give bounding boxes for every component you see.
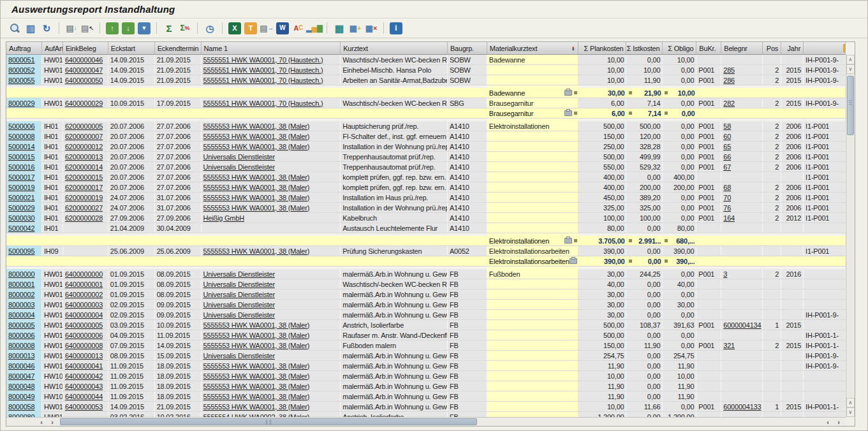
einkbeleg-link[interactable]: 6400000008 — [65, 342, 103, 349]
name1-link[interactable]: 5555553 HWK WA0001, 38 (Maler) — [203, 204, 310, 212]
name1-link[interactable]: 5555551 HWK WA0001, 70 (Haustech.) — [203, 77, 323, 84]
einkbeleg-link[interactable]: 6400000041 — [65, 362, 103, 370]
name1-link[interactable]: 5555553 HWK WA0001, 38 (Maler) — [203, 372, 310, 380]
choose-detail-icon[interactable]: ▤↓ — [65, 22, 78, 34]
auftrag-link[interactable]: 5000030 — [8, 214, 34, 222]
auftrag-link[interactable]: 8000001 — [8, 281, 34, 288]
auftrag-link[interactable]: 5000006 — [8, 122, 34, 130]
graphic-icon[interactable]: ▂▅▇ — [308, 22, 321, 34]
einkbeleg-link[interactable]: 6400000005 — [65, 321, 103, 329]
auftrag-link[interactable]: 8000013 — [8, 352, 34, 360]
local-file-icon[interactable]: ▤→ — [260, 22, 273, 34]
einkbeleg-link[interactable]: 6400000004 — [65, 311, 103, 319]
name1-link[interactable]: 5555553 HWK WA0001, 38 (Maler) — [203, 184, 310, 191]
belegnr-link[interactable]: 66 — [723, 153, 731, 161]
auftrag-link[interactable]: 8000005 — [8, 321, 34, 329]
name1-link[interactable]: 5555553 HWK WA0001, 38 (Maler) — [203, 383, 310, 390]
auftrag-link[interactable]: 8000003 — [8, 301, 34, 309]
name1-link[interactable]: Universalis Dienstleister — [203, 301, 275, 309]
einkbeleg-link[interactable]: 6400000050 — [65, 77, 103, 84]
sort-descending-icon[interactable]: ↓ — [122, 22, 135, 34]
column-header-extra[interactable] — [804, 42, 846, 54]
belegnr-link[interactable]: 321 — [723, 342, 735, 349]
einkbeleg-link[interactable]: 6400000042 — [65, 372, 103, 380]
einkbeleg-link[interactable]: 6400000013 — [65, 352, 103, 360]
name1-link[interactable]: 5555553 HWK WA0001, 38 (Maler) — [203, 403, 310, 411]
einkbeleg-link[interactable]: 6400000000 — [65, 270, 103, 278]
einkbeleg-link[interactable]: 6400000044 — [65, 393, 103, 400]
column-header-pos[interactable]: Pos — [763, 42, 781, 54]
name1-link[interactable]: 5555553 HWK WA0001, 38 (Maler) — [203, 122, 310, 130]
auftrag-link[interactable]: 5000014 — [8, 143, 34, 150]
belegnr-link[interactable]: 58 — [723, 122, 731, 130]
name1-link[interactable]: 5555553 HWK WA0001, 38 (Maler) — [203, 393, 310, 400]
scroll-left-right-pane-icon[interactable]: ‹ — [823, 418, 833, 426]
name1-link[interactable]: Universalis Dienstleister — [203, 281, 275, 288]
einkbeleg-link[interactable]: 6200000014 — [65, 163, 103, 171]
auftrag-link[interactable]: 8000051 — [8, 56, 34, 64]
belegnr-link[interactable]: 282 — [723, 99, 735, 107]
auftrag-link[interactable]: 5000019 — [8, 184, 34, 191]
einkbeleg-link[interactable]: 6400000002 — [65, 291, 103, 298]
print-subtotal-icon[interactable] — [570, 258, 577, 264]
einkbeleg-link[interactable]: 6400000053 — [65, 403, 103, 411]
vertical-scrollbar[interactable]: ∧ ∨ ∧ ∨ — [846, 55, 855, 417]
belegnr-link[interactable]: 286 — [723, 77, 735, 84]
name1-link[interactable]: Universalis Dienstleister — [203, 270, 275, 278]
auftrag-link[interactable]: 8000048 — [8, 383, 34, 390]
scroll-down-icon[interactable]: ∨ — [846, 64, 855, 74]
auftrag-link[interactable]: 5000008 — [8, 133, 34, 140]
name1-link[interactable]: 5555551 HWK WA0001, 70 (Haustech.) — [203, 99, 323, 107]
einkbeleg-link[interactable]: 6200000007 — [65, 133, 103, 140]
sort-ascending-icon[interactable]: ↑ — [106, 22, 119, 34]
einkbeleg-link[interactable]: 6200000027 — [65, 204, 103, 212]
scroll-down-bottom-icon[interactable]: ∨ — [846, 407, 855, 417]
horizontal-scroll-thumb[interactable]: ∥ ∥ — [60, 418, 477, 425]
column-header-ist[interactable]: Σ Istkosten — [626, 42, 663, 54]
scroll-right-icon[interactable]: › — [47, 418, 57, 426]
column-header-aufart[interactable]: AufArt — [42, 42, 63, 54]
auftrag-link[interactable]: 5000017 — [8, 173, 34, 181]
einkbeleg-link[interactable]: 6400000006 — [65, 332, 103, 339]
column-header-belegnr[interactable]: Belegnr — [721, 42, 763, 54]
name1-link[interactable]: 5555551 HWK WA0001, 70 (Haustech.) — [203, 66, 323, 74]
column-header-obligo[interactable]: Σ Obligo — [663, 42, 696, 54]
belegnr-link[interactable]: 285 — [723, 66, 735, 74]
auftrag-link[interactable]: 8000046 — [8, 362, 34, 370]
auftrag-link[interactable]: 8000006 — [8, 332, 34, 339]
subtotal-icon[interactable]: Σ% — [179, 22, 191, 34]
info-icon[interactable]: i — [390, 22, 402, 34]
auftrag-link[interactable]: 5000029 — [8, 204, 34, 212]
name1-link[interactable]: 5555551 HWK WA0001, 70 (Haustech.) — [203, 56, 323, 64]
name1-link[interactable]: 5555553 HWK WA0001, 38 (Maler) — [203, 342, 310, 349]
belegnr-link[interactable]: 3 — [723, 270, 727, 278]
einkbeleg-link[interactable]: 6400000043 — [65, 383, 103, 390]
belegnr-link[interactable]: 164 — [723, 214, 735, 222]
scroll-up-bottom-icon[interactable]: ∧ — [846, 398, 855, 407]
performance-icon[interactable]: ◷ — [203, 22, 216, 34]
column-header-einkbeleg[interactable]: EinkBeleg — [63, 42, 108, 54]
horizontal-scroll-track[interactable]: ∥ ∥ — [60, 418, 477, 425]
einkbeleg-link[interactable]: 6200000028 — [65, 214, 103, 222]
column-header-plan[interactable]: Σ Plankosten — [578, 42, 627, 54]
belegnr-link[interactable]: 6000004133 — [723, 403, 761, 411]
scroll-left-icon[interactable]: ‹ — [36, 418, 47, 426]
name1-link[interactable]: 5555553 HWK WA0001, 38 (Maler) — [203, 247, 310, 255]
name1-link[interactable]: 5555553 HWK WA0001, 38 (Maler) — [203, 362, 310, 370]
auftrag-link[interactable]: 8000047 — [8, 372, 34, 380]
abc-analysis-icon[interactable]: AC — [292, 22, 305, 34]
scroll-up-icon[interactable]: ∧ — [846, 55, 855, 64]
column-header-baugrp[interactable]: Baugrp. — [448, 42, 487, 54]
name1-link[interactable]: 5555553 HWK WA0001, 38 (Maler) — [203, 321, 310, 329]
name1-link[interactable]: Universalis Dienstleister — [203, 153, 275, 161]
einkbeleg-link[interactable]: 6400000003 — [65, 301, 103, 309]
auftrag-link[interactable]: 5000015 — [8, 153, 34, 161]
auftrag-link[interactable]: 5000021 — [8, 194, 34, 201]
auftrag-link[interactable]: 8000008 — [8, 342, 34, 349]
einkbeleg-link[interactable]: 6400000046 — [65, 56, 103, 64]
auftrag-link[interactable]: 8000052 — [8, 66, 34, 74]
auftrag-link[interactable]: 8000004 — [8, 311, 34, 319]
einkbeleg-link[interactable]: 6200000005 — [65, 122, 103, 130]
column-header-auftrag[interactable]: Auftrag — [6, 42, 42, 54]
name1-link[interactable]: 5555553 HWK WA0001, 38 (Maler) — [203, 332, 310, 339]
